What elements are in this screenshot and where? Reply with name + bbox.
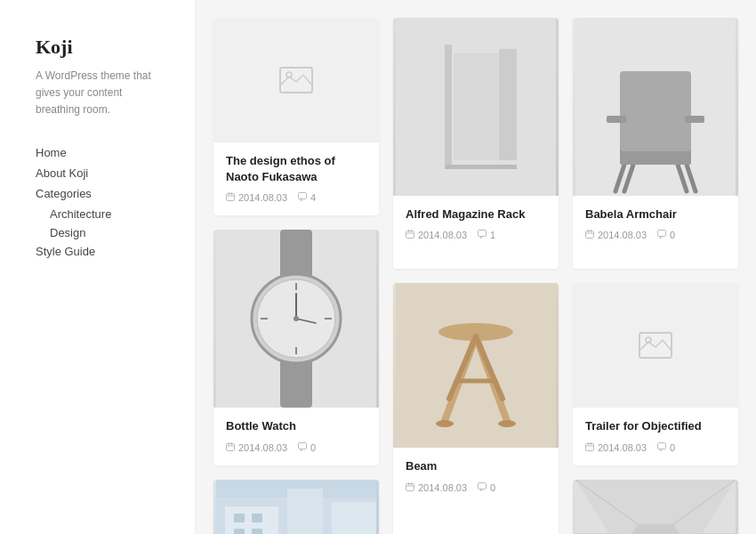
card-objectified[interactable]: Trailer for Objectified 2014.08.03 <box>573 283 738 465</box>
calendar-icon <box>406 482 414 493</box>
svg-rect-12 <box>408 230 409 232</box>
comment-icon <box>298 192 307 203</box>
card-body: Alfred Magazine Rack 2014.08.03 <box>393 196 559 253</box>
svg-rect-56 <box>479 482 487 489</box>
svg-rect-5 <box>299 193 307 199</box>
svg-rect-14 <box>479 231 487 237</box>
card-body: Babela Armchair 2014.08.03 0 <box>573 196 738 253</box>
comment-icon <box>657 442 666 453</box>
card-comments: 0 <box>478 482 495 493</box>
hallway-svg <box>575 480 736 534</box>
magazine-svg <box>393 18 559 196</box>
svg-rect-68 <box>234 514 245 522</box>
main-nav: Home About Koji Categories Architecture … <box>36 146 168 258</box>
svg-rect-55 <box>411 482 412 485</box>
nav-design[interactable]: Design <box>36 226 168 239</box>
card-date: 2014.08.03 <box>585 230 647 240</box>
building-svg <box>216 480 376 534</box>
svg-rect-2 <box>227 194 235 201</box>
card-body: Trailer for Objectified 2014.08.03 <box>573 408 738 465</box>
svg-rect-67 <box>332 502 376 534</box>
card-building[interactable] <box>213 480 379 534</box>
nav-about[interactable]: About Koji <box>36 166 168 180</box>
site-title: Koji <box>36 36 168 59</box>
svg-rect-22 <box>607 116 626 123</box>
svg-rect-3 <box>229 192 229 195</box>
card-meta: 2014.08.03 0 <box>406 482 546 493</box>
svg-rect-13 <box>411 230 412 232</box>
card-date: 2014.08.03 <box>585 442 647 453</box>
calendar-icon <box>585 230 594 240</box>
card-comments: 0 <box>657 442 675 453</box>
card-alfred[interactable]: Alfred Magazine Rack 2014.08.03 <box>393 18 559 269</box>
svg-rect-11 <box>406 231 414 239</box>
card-watch[interactable]: Bottle Watch 2014.08.03 0 <box>213 230 379 465</box>
card-date: 2014.08.03 <box>226 442 287 453</box>
nav-home[interactable]: Home <box>36 146 168 159</box>
card-image-beam <box>393 283 559 448</box>
svg-rect-21 <box>620 71 691 151</box>
calendar-icon <box>226 442 235 453</box>
svg-rect-53 <box>406 483 414 490</box>
card-comments: 1 <box>478 230 495 240</box>
card-image-hallway <box>573 480 738 534</box>
card-title: Trailer for Objectified <box>585 418 726 434</box>
card-image-magazine <box>393 18 559 196</box>
svg-rect-30 <box>280 359 312 408</box>
comment-icon <box>298 442 307 453</box>
comment-icon <box>478 482 487 493</box>
svg-rect-10 <box>445 165 517 169</box>
svg-rect-29 <box>280 230 312 279</box>
card-image-building <box>213 480 379 534</box>
svg-rect-41 <box>229 442 229 445</box>
svg-rect-23 <box>685 116 704 123</box>
svg-rect-4 <box>231 192 232 195</box>
comment-icon <box>657 230 666 240</box>
card-body: Bottle Watch 2014.08.03 0 <box>213 408 379 465</box>
chair-svg <box>575 18 736 196</box>
card-comments: 4 <box>298 192 316 203</box>
card-image-chair <box>573 18 738 196</box>
svg-point-51 <box>436 420 454 427</box>
card-title: The design ethos of Naoto Fukasawa <box>226 153 366 185</box>
card-title: Alfred Magazine Rack <box>406 206 546 222</box>
card-body: Beam 2014.08.03 0 <box>393 448 559 505</box>
nav-style-guide[interactable]: Style Guide <box>36 245 168 258</box>
svg-rect-62 <box>658 442 666 449</box>
card-body: The design ethos of Naoto Fukasawa 2014.… <box>213 142 379 215</box>
card-meta: 2014.08.03 1 <box>406 230 546 240</box>
svg-rect-71 <box>252 529 262 534</box>
card-design-ethos[interactable]: The design ethos of Naoto Fukasawa 2014.… <box>213 18 379 215</box>
card-date: 2014.08.03 <box>226 192 287 203</box>
site-description: A WordPress theme that gives your conten… <box>36 68 168 119</box>
watch-svg <box>216 230 376 408</box>
card-comments: 0 <box>298 442 316 453</box>
nav-categories-label: Categories <box>36 187 168 200</box>
nav-architecture[interactable]: Architecture <box>36 207 168 221</box>
svg-rect-24 <box>586 231 594 239</box>
main-content: The design ethos of Naoto Fukasawa 2014.… <box>196 0 756 534</box>
svg-rect-27 <box>658 231 666 237</box>
comment-icon <box>478 230 487 240</box>
calendar-icon <box>585 442 594 453</box>
card-hallway[interactable] <box>573 480 738 534</box>
calendar-icon <box>226 192 235 203</box>
card-date: 2014.08.03 <box>406 482 467 493</box>
svg-point-39 <box>294 316 299 321</box>
svg-rect-7 <box>445 44 452 169</box>
card-date: 2014.08.03 <box>406 230 467 240</box>
svg-rect-25 <box>588 230 589 232</box>
card-title: Beam <box>406 458 546 474</box>
placeholder-image-icon2 <box>638 328 673 363</box>
svg-rect-42 <box>231 442 232 445</box>
svg-rect-26 <box>591 230 591 232</box>
calendar-icon <box>406 230 414 240</box>
svg-rect-40 <box>227 443 235 450</box>
card-meta: 2014.08.03 0 <box>226 442 366 453</box>
card-beam[interactable]: Beam 2014.08.03 0 <box>393 283 559 534</box>
placeholder-image-icon <box>278 62 314 98</box>
svg-rect-59 <box>586 443 594 450</box>
svg-rect-69 <box>252 514 262 522</box>
svg-rect-43 <box>299 442 307 449</box>
card-babela[interactable]: Babela Armchair 2014.08.03 0 <box>573 18 738 269</box>
